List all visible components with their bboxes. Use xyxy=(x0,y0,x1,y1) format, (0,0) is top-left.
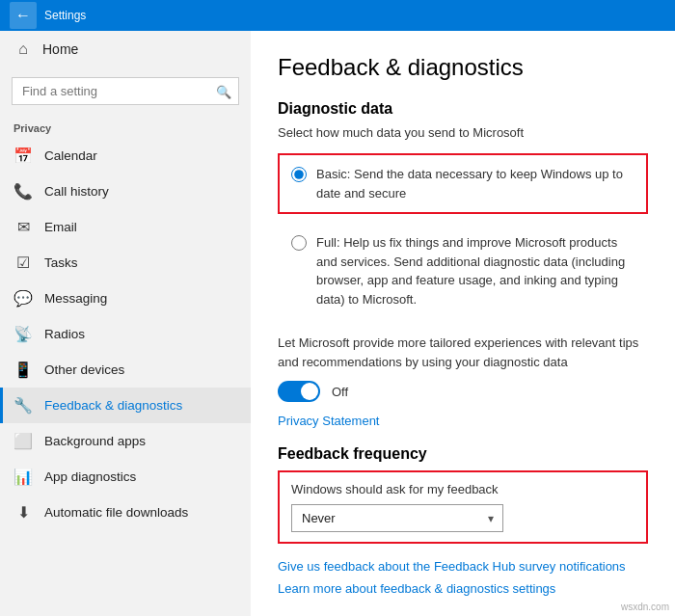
basic-option-row: Basic: Send the data necessary to keep W… xyxy=(278,153,648,214)
full-option-label: Full: Help us fix things and improve Mic… xyxy=(316,233,634,308)
sidebar-item-home[interactable]: ⌂ Home xyxy=(0,31,251,67)
content-area: Feedback & diagnostics Diagnostic data S… xyxy=(251,31,675,616)
sidebar-label-auto-downloads: Automatic file downloads xyxy=(44,505,188,520)
feedback-freq-section: Feedback frequency Windows should ask fo… xyxy=(278,445,648,544)
feedback-freq-dropdown[interactable]: Never Always Once a day Once a week Once… xyxy=(291,504,503,532)
back-button[interactable]: ← xyxy=(10,2,37,29)
sidebar-item-email[interactable]: ✉ Email xyxy=(0,209,251,245)
full-option-row: Full: Help us fix things and improve Mic… xyxy=(278,222,648,320)
search-input[interactable] xyxy=(12,77,239,105)
titlebar: ← Settings xyxy=(0,0,675,31)
tailored-toggle[interactable] xyxy=(278,381,320,402)
messaging-icon: 💬 xyxy=(14,289,33,308)
calendar-icon: 📅 xyxy=(14,147,33,165)
sidebar-item-radios[interactable]: 📡 Radios xyxy=(0,316,251,352)
tailored-section: Let Microsoft provide more tailored expe… xyxy=(278,334,648,428)
sidebar-item-automatic-file-downloads[interactable]: ⬇ Automatic file downloads xyxy=(0,495,251,530)
sidebar-home-label: Home xyxy=(42,41,78,57)
sidebar-item-other-devices[interactable]: 📱 Other devices xyxy=(0,352,251,388)
app-diagnostics-icon: 📊 xyxy=(14,468,33,486)
privacy-statement-link[interactable]: Privacy Statement xyxy=(278,414,648,428)
auto-downloads-icon: ⬇ xyxy=(14,503,33,522)
call-history-icon: 📞 xyxy=(14,182,33,201)
feedback-freq-title: Feedback frequency xyxy=(278,445,648,463)
sidebar-search: 🔍 xyxy=(12,77,239,105)
sidebar-label-app-diagnostics: App diagnostics xyxy=(44,469,136,484)
feedback-diagnostics-icon: 🔧 xyxy=(14,396,33,415)
home-icon: ⌂ xyxy=(14,40,33,58)
other-devices-icon: 📱 xyxy=(14,361,33,379)
learn-more-link[interactable]: Learn more about feedback & diagnostics … xyxy=(278,581,648,596)
sidebar: ⌂ Home 🔍 Privacy 📅 Calendar 📞 Call histo… xyxy=(0,31,251,616)
tasks-icon: ☑ xyxy=(14,254,33,272)
sidebar-label-tasks: Tasks xyxy=(44,255,78,270)
feedback-box: Windows should ask for my feedback Never… xyxy=(278,470,648,544)
diagnostic-section-title: Diagnostic data xyxy=(278,100,648,118)
sidebar-item-background-apps[interactable]: ⬜ Background apps xyxy=(0,423,251,459)
background-apps-icon: ⬜ xyxy=(14,432,33,450)
toggle-label: Off xyxy=(332,385,348,399)
feedback-freq-dropdown-wrapper: Never Always Once a day Once a week Once… xyxy=(291,504,503,532)
sidebar-label-feedback-diagnostics: Feedback & diagnostics xyxy=(44,398,182,413)
sidebar-item-call-history[interactable]: 📞 Call history xyxy=(0,174,251,209)
sidebar-label-other-devices: Other devices xyxy=(44,362,124,377)
sidebar-item-feedback-diagnostics[interactable]: 🔧 Feedback & diagnostics xyxy=(0,388,251,423)
sidebar-label-radios: Radios xyxy=(44,327,85,341)
main-layout: ⌂ Home 🔍 Privacy 📅 Calendar 📞 Call histo… xyxy=(0,31,675,616)
sidebar-item-tasks[interactable]: ☑ Tasks xyxy=(0,245,251,281)
feedback-box-label: Windows should ask for my feedback xyxy=(291,482,634,496)
sidebar-label-messaging: Messaging xyxy=(44,291,107,306)
full-radio[interactable] xyxy=(291,235,307,251)
basic-option-label: Basic: Send the data necessary to keep W… xyxy=(316,165,634,202)
page-title: Feedback & diagnostics xyxy=(278,54,648,81)
back-icon: ← xyxy=(15,7,31,24)
titlebar-title: Settings xyxy=(44,9,86,22)
sidebar-item-app-diagnostics[interactable]: 📊 App diagnostics xyxy=(0,459,251,495)
sidebar-label-calendar: Calendar xyxy=(44,148,97,163)
watermark: wsxdn.com xyxy=(621,602,669,612)
search-icon: 🔍 xyxy=(216,84,231,98)
bottom-links: Give us feedback about the Feedback Hub … xyxy=(278,559,648,596)
sidebar-item-calendar[interactable]: 📅 Calendar xyxy=(0,138,251,174)
sidebar-section-label: Privacy xyxy=(0,115,251,138)
radios-icon: 📡 xyxy=(14,325,33,343)
sidebar-label-call-history: Call history xyxy=(44,184,109,199)
tailored-text: Let Microsoft provide more tailored expe… xyxy=(278,334,648,371)
sidebar-label-email: Email xyxy=(44,220,77,234)
sidebar-item-messaging[interactable]: 💬 Messaging xyxy=(0,281,251,316)
feedback-hub-link[interactable]: Give us feedback about the Feedback Hub … xyxy=(278,559,648,574)
diagnostic-subtitle: Select how much data you send to Microso… xyxy=(278,125,648,140)
email-icon: ✉ xyxy=(14,218,33,236)
basic-radio[interactable] xyxy=(291,167,307,182)
sidebar-label-background-apps: Background apps xyxy=(44,434,146,448)
toggle-row: Off xyxy=(278,381,648,402)
